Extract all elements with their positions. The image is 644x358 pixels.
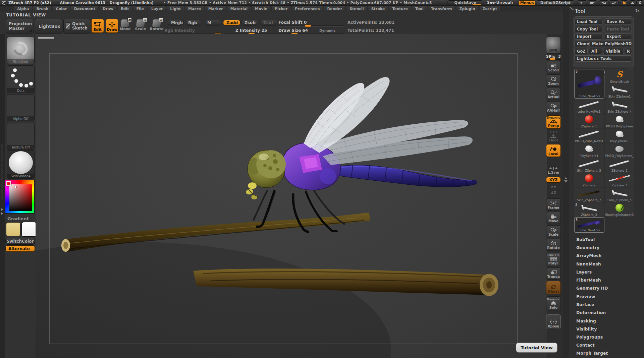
z-intensity-slider[interactable]: Z Intensity 25: [224, 28, 278, 34]
tool-thumb[interactable]: PM3D_cube_NewU: [574, 129, 604, 143]
current-material-thumbnail[interactable]: SkinShade4: [7, 150, 35, 179]
splitter-arrows-icon[interactable]: [564, 176, 568, 184]
saturation-square[interactable]: [9, 184, 32, 211]
menu-edit[interactable]: Edit: [118, 6, 132, 11]
section-nanomesh[interactable]: NanoMesh: [576, 261, 640, 268]
rgb-button[interactable]: Rgb: [185, 20, 201, 25]
move-button[interactable]: M Move: [119, 19, 131, 33]
rgb-intensity-slider[interactable]: Rgb Intensity: [164, 28, 222, 34]
menu-layer[interactable]: Layer: [148, 6, 166, 11]
next-document-button[interactable]: [609, 0, 619, 5]
close-button[interactable]: X: [636, 0, 643, 5]
aahalf-button[interactable]: AAHalf: [546, 101, 561, 113]
section-preview[interactable]: Preview: [576, 294, 640, 301]
menu-zscript[interactable]: Zscript: [480, 6, 500, 11]
slider-knob[interactable]: [305, 24, 311, 27]
scale-view-button[interactable]: Scale: [546, 225, 561, 237]
tool-thumb[interactable]: PM3D_PolySphere: [605, 114, 634, 128]
prev-document-button[interactable]: [599, 0, 608, 5]
section-surface[interactable]: Surface: [576, 302, 640, 309]
current-texture-thumbnail[interactable]: Texture Off: [7, 123, 35, 150]
local-symmetry-button[interactable]: Local: [546, 144, 561, 157]
panel-splitter[interactable]: [563, 6, 569, 358]
section-geometry-hd[interactable]: Geometry HD: [576, 286, 640, 292]
goz-r-button[interactable]: R: [625, 48, 632, 54]
m-button[interactable]: M: [204, 20, 221, 25]
secondary-color-swatch[interactable]: [22, 222, 36, 236]
spix-slider-knob[interactable]: [549, 58, 555, 60]
tool-thumb[interactable]: Skin_ZSphere_5: [605, 188, 634, 202]
menu-preferences[interactable]: Preferences: [292, 6, 323, 11]
frame-button[interactable]: Frame: [546, 198, 561, 211]
menu-transform[interactable]: Transform: [428, 6, 455, 11]
transparency-button[interactable]: Transp: [546, 267, 561, 280]
zadd-button[interactable]: Zadd: [223, 20, 240, 25]
zoom-button[interactable]: Zoom: [546, 74, 561, 86]
import-button[interactable]: Import: [574, 33, 602, 40]
quick-sketch-button[interactable]: Quick Sketch: [63, 19, 90, 34]
menu-brush[interactable]: Brush: [33, 6, 51, 11]
document-canvas[interactable]: Tutorial View: [36, 34, 547, 358]
restore-configuration-icon[interactable]: ↺: [635, 8, 639, 13]
scroll-button[interactable]: Scroll: [546, 61, 561, 73]
draw-button[interactable]: Draw: [106, 19, 118, 33]
menu-stencil[interactable]: Stencil: [346, 6, 367, 11]
tool-thumb[interactable]: Skin_ZSphere_4: [605, 99, 634, 114]
load-tool-button[interactable]: Load Tool: [574, 18, 602, 25]
tool-thumb-selected[interactable]: 5 cube_NewUVs: [574, 69, 604, 99]
tool-thumb[interactable]: Skin_ZSphere_7: [574, 188, 604, 202]
solo-button[interactable]: Dynamic Solo: [546, 296, 561, 310]
tool-thumb[interactable]: ZSphere_2: [605, 158, 634, 173]
tool-thumb[interactable]: PM3D_PolySphere_: [605, 143, 634, 158]
section-subtool[interactable]: SubTool: [576, 237, 640, 244]
menus-button[interactable]: Menus: [519, 0, 535, 5]
lsym-button[interactable]: L.Sym: [546, 165, 561, 175]
tool-thumb[interactable]: Skin_ZSphere_3: [574, 158, 604, 173]
color-picker[interactable]: [5, 180, 35, 214]
menu-picker[interactable]: Picker: [272, 6, 290, 11]
section-layers[interactable]: Layers: [576, 270, 640, 276]
xpose-button[interactable]: Xpose: [546, 314, 561, 329]
tool-thumb[interactable]: ZSphere_4: [605, 173, 634, 187]
menu-document[interactable]: Document: [71, 6, 98, 11]
tool-thumb[interactable]: cube_NewUVs1: [574, 99, 604, 114]
ghost-button[interactable]: Ghost: [546, 281, 561, 294]
paste-tool-button[interactable]: Paste Tool: [604, 26, 632, 32]
polyframe-button[interactable]: Line Fill PolyF: [546, 253, 561, 266]
perspective-button[interactable]: Dynamic Persp: [546, 115, 561, 129]
zcut-button[interactable]: Zcut: [260, 20, 278, 25]
rotate-y-axis-button[interactable]: ↺Y: [546, 185, 561, 189]
goz-all-button[interactable]: All: [589, 48, 602, 54]
canvas-scrollbar-handle[interactable]: [38, 37, 54, 39]
section-visibility[interactable]: Visibility: [576, 326, 640, 333]
lock-button[interactable]: [621, 0, 628, 5]
gradient-label[interactable]: Gradient: [7, 216, 29, 221]
menu-color[interactable]: Color: [53, 6, 69, 11]
copy-tool-button[interactable]: Copy Tool: [574, 26, 602, 32]
tray-toggle-arrows-icon[interactable]: [1, 207, 3, 216]
section-fibermesh[interactable]: FiberMesh: [576, 278, 640, 284]
section-deformation[interactable]: Deformation: [576, 310, 640, 317]
export-button[interactable]: Export: [604, 33, 632, 40]
default-zscript-button[interactable]: DefaultZScript: [537, 0, 574, 5]
scrub-back-button[interactable]: [578, 0, 587, 5]
menu-draw[interactable]: Draw: [100, 6, 116, 11]
section-contact[interactable]: Contact: [576, 343, 640, 349]
tutorial-view-note-button[interactable]: Tutorial View: [516, 343, 557, 353]
menu-alpha[interactable]: Alpha: [14, 6, 32, 11]
current-stroke-thumbnail[interactable]: Dots: [7, 65, 35, 93]
section-polygroups[interactable]: Polygroups: [576, 335, 640, 341]
section-morph-target[interactable]: Morph Target: [576, 351, 640, 357]
switch-color-button[interactable]: SwitchColor: [5, 238, 35, 245]
menu-material[interactable]: Material: [227, 6, 250, 11]
actual-size-button[interactable]: x1 Actual: [546, 88, 561, 100]
goz-visible-button[interactable]: Visible: [603, 48, 624, 54]
xyz-symmetry-button[interactable]: XYZ: [546, 177, 561, 183]
tool-thumb[interactable]: SimpleBrush: [605, 69, 634, 84]
scale-button[interactable]: S Scale: [135, 19, 146, 33]
tool-thumb[interactable]: 2 ZSphere_3: [574, 202, 604, 217]
alternate-button[interactable]: Alternate: [5, 245, 35, 252]
current-alpha-thumbnail[interactable]: Alpha Off: [7, 95, 35, 121]
menu-marker[interactable]: Marker: [205, 6, 226, 11]
menu-texture[interactable]: Texture: [389, 6, 411, 11]
